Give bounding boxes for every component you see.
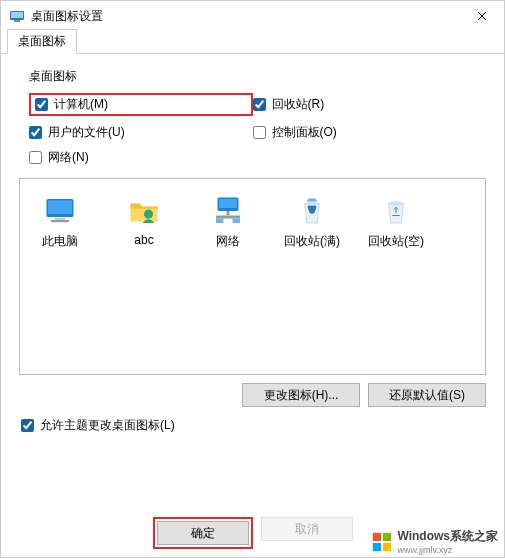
check-allow-theme-box[interactable] <box>21 419 34 432</box>
svg-rect-5 <box>55 218 66 220</box>
watermark: Windows系统之家 www.jjmlv.xyz <box>371 528 498 555</box>
icon-this-pc-label: 此电脑 <box>42 233 78 250</box>
svg-rect-13 <box>233 219 241 224</box>
check-allow-theme[interactable]: 允许主题更改桌面图标(L) <box>21 417 486 434</box>
check-network-box[interactable] <box>29 151 42 164</box>
icon-recycle-empty[interactable]: 回收站(空) <box>360 189 432 254</box>
icon-recycle-full-label: 回收站(满) <box>284 233 340 250</box>
svg-rect-9 <box>219 199 237 208</box>
check-computer[interactable]: 计算机(M) <box>35 96 108 113</box>
svg-rect-4 <box>48 201 72 215</box>
svg-rect-16 <box>373 532 381 540</box>
check-controlpanel[interactable]: 控制面板(O) <box>253 124 477 141</box>
check-network-label: 网络(N) <box>48 149 89 166</box>
icon-user-folder[interactable]: abc <box>108 189 180 254</box>
allow-theme-row: 允许主题更改桌面图标(L) <box>19 417 486 434</box>
icon-row: 此电脑 abc <box>24 189 481 254</box>
tab-content: 桌面图标 计算机(M) 回收站(R) 用户的文件(U) 控制面板(O) <box>1 54 504 442</box>
icon-recycle-empty-label: 回收站(空) <box>368 233 424 250</box>
restore-default-button[interactable]: 还原默认值(S) <box>368 383 486 407</box>
check-controlpanel-label: 控制面板(O) <box>272 124 337 141</box>
svg-rect-11 <box>216 216 240 219</box>
svg-rect-6 <box>51 220 69 222</box>
icon-preview-list[interactable]: 此电脑 abc <box>19 178 486 375</box>
check-userfiles[interactable]: 用户的文件(U) <box>29 124 253 141</box>
close-button[interactable] <box>460 1 504 31</box>
titlebar: 桌面图标设置 <box>1 1 504 31</box>
window-title: 桌面图标设置 <box>31 8 103 25</box>
check-userfiles-label: 用户的文件(U) <box>48 124 125 141</box>
icon-buttons-row: 更改图标(H)... 还原默认值(S) <box>19 383 486 407</box>
svg-rect-17 <box>383 532 391 540</box>
svg-point-7 <box>144 210 153 219</box>
icon-user-folder-label: abc <box>134 233 153 247</box>
watermark-text: Windows系统之家 www.jjmlv.xyz <box>397 528 498 555</box>
check-network[interactable]: 网络(N) <box>29 149 253 166</box>
change-icon-button[interactable]: 更改图标(H)... <box>242 383 360 407</box>
tabstrip: 桌面图标 <box>1 31 504 54</box>
check-controlpanel-box[interactable] <box>253 126 266 139</box>
cancel-button[interactable]: 取消 <box>261 517 353 541</box>
group-label: 桌面图标 <box>29 68 486 85</box>
svg-rect-12 <box>216 219 224 224</box>
check-recycle[interactable]: 回收站(R) <box>253 93 477 116</box>
icon-this-pc[interactable]: 此电脑 <box>24 189 96 254</box>
window-icon <box>9 8 25 24</box>
svg-rect-18 <box>373 542 381 550</box>
check-computer-label: 计算机(M) <box>54 96 108 113</box>
check-recycle-box[interactable] <box>253 98 266 111</box>
check-allow-theme-label: 允许主题更改桌面图标(L) <box>40 417 175 434</box>
watermark-title: Windows系统之家 <box>397 528 498 545</box>
check-userfiles-box[interactable] <box>29 126 42 139</box>
svg-point-14 <box>304 201 321 206</box>
highlight-ok: 确定 <box>153 517 253 549</box>
desktop-icon-settings-window: 桌面图标设置 桌面图标 桌面图标 计算机(M) 回收站(R) 用户的文件(U) <box>0 0 505 558</box>
checkbox-grid: 计算机(M) 回收站(R) 用户的文件(U) 控制面板(O) 网络(N) <box>19 89 486 178</box>
svg-rect-2 <box>14 20 20 22</box>
svg-rect-10 <box>227 211 230 216</box>
check-computer-box[interactable] <box>35 98 48 111</box>
icon-network[interactable]: 网络 <box>192 189 264 254</box>
svg-point-15 <box>388 201 405 206</box>
svg-rect-1 <box>11 12 23 18</box>
svg-rect-19 <box>383 542 391 550</box>
tab-desktop-icons[interactable]: 桌面图标 <box>7 29 77 54</box>
icon-recycle-full[interactable]: 回收站(满) <box>276 189 348 254</box>
highlight-computer: 计算机(M) <box>29 93 253 116</box>
ok-button[interactable]: 确定 <box>157 521 249 545</box>
icon-network-label: 网络 <box>216 233 240 250</box>
windows-logo-icon <box>371 531 393 553</box>
watermark-url: www.jjmlv.xyz <box>397 545 498 555</box>
check-recycle-label: 回收站(R) <box>272 96 325 113</box>
